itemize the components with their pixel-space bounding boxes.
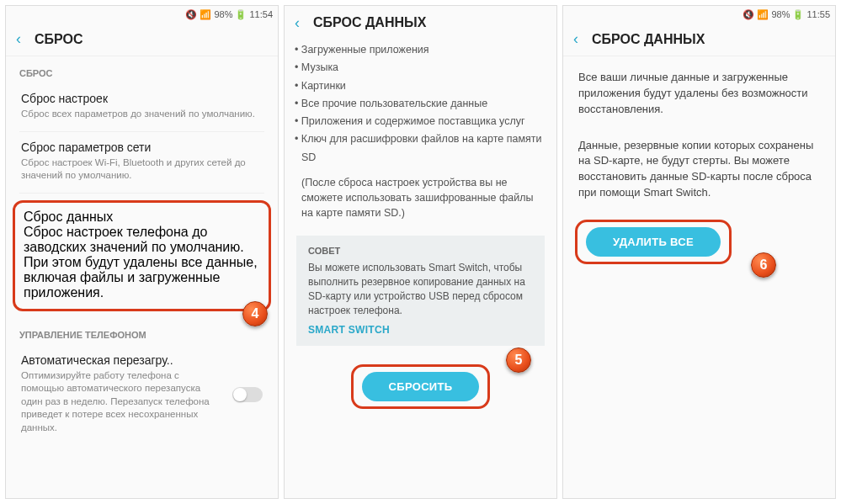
app-bar: ‹ СБРОС ДАННЫХ [285,6,556,40]
list-item: Музыка [301,59,543,77]
status-bar: 🔇 📶 98% 🔋 11:55 [563,6,835,23]
back-icon[interactable]: ‹ [16,30,21,48]
signal-icon: 📶 [200,9,211,20]
step-badge-4: 4 [242,301,268,326]
warning-text-2: Данные, резервные копии которых сохранен… [563,125,835,208]
phone-screen-2: ‹ СБРОС ДАННЫХ Загруженные приложения Му… [284,5,557,499]
reset-settings-item[interactable]: Сброс настроек Сброс всех параметров до … [6,83,278,131]
smart-switch-link[interactable]: SMART SWITCH [308,324,533,336]
item-title: Сброс данных [24,210,260,225]
reset-network-item[interactable]: Сброс параметров сети Сброс настроек Wi-… [6,132,278,193]
clock: 11:55 [806,9,830,19]
item-desc: Сброс всех параметров до значений по умо… [21,108,263,121]
auto-restart-toggle[interactable] [232,387,263,402]
phone-screen-3: 🔇 📶 98% 🔋 11:55 ‹ СБРОС ДАННЫХ Все ваши … [562,5,836,499]
battery-icon: 🔋 [235,9,247,20]
status-bar: 🔇 📶 98% 🔋 11:54 [6,6,278,23]
app-bar: ‹ СБРОС [6,23,278,56]
mute-icon: 🔇 [743,9,754,20]
signal-icon: 📶 [757,9,769,20]
battery-icon: 🔋 [792,9,804,20]
battery-pct: 98% [214,9,232,19]
list-item: Все прочие пользовательские данные [301,95,543,113]
reset-button-highlight: СБРОСИТЬ [351,364,491,409]
warning-text-1: Все ваши личные данные и загруженные при… [563,56,835,125]
delete-all-button[interactable]: УДАЛИТЬ ВСЕ [586,227,721,257]
item-desc: Оптимизируйте работу телефона с помощью … [21,369,263,435]
section-label-phone-mgmt: УПРАВЛЕНИЕ ТЕЛЕФОНОМ [6,318,278,345]
item-title: Сброс параметров сети [21,141,263,154]
item-title: Сброс настроек [21,92,263,105]
item-desc: Сброс настроек Wi-Fi, Bluetooth и других… [21,157,263,183]
item-title: Автоматическая перезагру.. [21,353,263,367]
step-badge-5: 5 [506,347,531,373]
battery-pct: 98% [771,9,790,19]
clock: 11:54 [249,9,273,19]
tip-label: СОВЕТ [308,246,533,256]
mute-icon: 🔇 [185,9,197,20]
section-label-reset: СБРОС [6,56,278,83]
page-title: СБРОС ДАННЫХ [592,32,705,47]
app-bar: ‹ СБРОС ДАННЫХ [563,23,835,56]
list-item: Картинки [301,77,543,95]
factory-reset-item[interactable]: Сброс данных Сброс настроек телефона до … [24,210,260,300]
phone-screen-1: 🔇 📶 98% 🔋 11:54 ‹ СБРОС СБРОС Сброс наст… [5,5,279,499]
tip-text: Вы можете использовать Smart Switch, что… [308,261,533,317]
list-item: Приложения и содержимое поставщика услуг [301,113,543,130]
page-title: СБРОС ДАННЫХ [313,15,426,30]
list-item: Ключ для расшифровки файлов на карте пам… [301,130,543,167]
factory-reset-item-highlight: Сброс данных Сброс настроек телефона до … [13,200,271,311]
sd-note: (После сброса настроек устройства вы не … [285,175,556,229]
back-icon[interactable]: ‹ [573,30,578,48]
back-icon[interactable]: ‹ [295,14,300,32]
page-title: СБРОС [35,32,83,47]
erase-list: Загруженные приложения Музыка Картинки В… [285,40,556,175]
list-item: Загруженные приложения [301,41,543,59]
step-badge-6: 6 [751,252,776,278]
reset-button[interactable]: СБРОСИТЬ [362,372,480,401]
auto-restart-item[interactable]: Автоматическая перезагру.. Оптимизируйте… [6,345,278,445]
delete-all-highlight: УДАЛИТЬ ВСЕ [575,220,732,264]
tip-box: СОВЕТ Вы можете использовать Smart Switc… [296,236,545,346]
item-desc: Сброс настроек телефона до заводских зна… [24,225,260,300]
